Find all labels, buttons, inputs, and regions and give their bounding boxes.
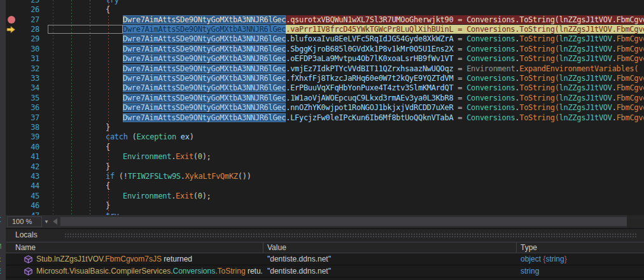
code-line-34[interactable]: 34Dwre7AimAttsSDe9ONtyGoMXtbA3NNJR6lGec.… [6, 83, 644, 93]
code-text: Dwre7AimAttsSDe9ONtyGoMXtbA3NNJR6lGec.Sb… [50, 45, 644, 54]
code-text: } [50, 201, 110, 211]
line-number: 42 [18, 162, 39, 172]
line-number: 41 [18, 152, 39, 162]
code-text: try [50, 0, 119, 5]
code-line-46[interactable]: 46} [6, 201, 644, 211]
locals-value: "dentiste.ddns.net" [267, 253, 331, 265]
column-header-value[interactable]: Value [267, 242, 286, 254]
code-text: Dwre7AimAttsSDe9ONtyGoMXtbA3NNJR6lGec.LF… [50, 113, 644, 123]
line-number: 31 [18, 54, 39, 64]
code-text: Environment.Exit(0); [50, 192, 211, 201]
code-line-39[interactable]: 39catch (Exception ex) [6, 132, 644, 142]
scrollbar-corner [627, 215, 644, 228]
code-text: Dwre7AimAttsSDe9ONtyGoMXtbA3NNJR6lGec.nn… [50, 103, 644, 113]
locals-value: " [267, 277, 270, 280]
code-text: { [50, 5, 110, 15]
line-number: 37 [18, 113, 39, 123]
code-text: } [50, 162, 110, 172]
code-line-25[interactable]: 25try [6, 0, 644, 5]
line-number: 43 [18, 172, 39, 181]
code-text: Dwre7AimAttsSDe9ONtyGoMXtbA3NNJR6lGec.bl… [50, 34, 644, 44]
locals-row[interactable]: Stub.lnZZgsJ1tVOV.FbmCgvom7sJS returned"… [6, 253, 644, 265]
code-line-35[interactable]: 35Dwre7AimAttsSDe9ONtyGoMXtbA3NNJR6lGec.… [6, 94, 644, 103]
code-line-26[interactable]: 26{ [6, 5, 644, 15]
code-text: if (!TFIW2FSLtw9S.XykaLtFvQmKZ()) [50, 172, 251, 181]
locals-row[interactable]: " [6, 277, 644, 280]
line-number: 38 [18, 123, 39, 132]
code-line-27[interactable]: 27Dwre7AimAttsSDe9ONtyGoMXtbA3NNJR6lGec.… [6, 15, 644, 25]
code-line-38[interactable]: 38} [6, 123, 644, 132]
locals-name: Microsoft.VisualBasic.CompilerServices.C… [36, 265, 262, 277]
line-number: 45 [18, 192, 39, 201]
scroll-left-arrow-icon[interactable] [53, 218, 57, 225]
locals-name: Stub.lnZZgsJ1tVOV.FbmCgvom7sJS returned [36, 253, 262, 265]
code-text: } [50, 123, 110, 132]
code-text: Dwre7AimAttsSDe9ONtyGoMXtbA3NNJR6lGec.Er… [50, 83, 644, 93]
locals-panel: Locals Name Value Type Stub.lnZZgsJ1tVOV… [6, 228, 644, 280]
vs-debugger-window: C M t E 25try26{27Dwre7AimAttsSDe9ONtyGo… [0, 0, 644, 280]
code-line-28[interactable]: 28Dwre7AimAttsSDe9ONtyGoMXtbA3NNJR6lGec.… [6, 25, 644, 34]
line-number: 32 [18, 64, 39, 74]
code-text: Dwre7AimAttsSDe9ONtyGoMXtbA3NNJR6lGec.1W… [50, 94, 644, 103]
line-number: 36 [18, 103, 39, 113]
code-text: Dwre7AimAttsSDe9ONtyGoMXtbA3NNJR6lGec.vm… [50, 64, 638, 74]
editor-zoom-value: 100 % [12, 218, 32, 225]
line-number: 30 [18, 45, 39, 54]
horizontal-scrollbar[interactable] [60, 217, 627, 226]
breakpoint-icon[interactable] [8, 16, 15, 24]
code-line-31[interactable]: 31Dwre7AimAttsSDe9ONtyGoMXtbA3NNJR6lGec.… [6, 54, 644, 64]
line-number: 29 [18, 34, 39, 44]
line-number: 46 [18, 201, 39, 211]
code-text: Dwre7AimAttsSDe9ONtyGoMXtbA3NNJR6lGec.fX… [50, 74, 644, 83]
line-number: 27 [18, 15, 39, 25]
code-text: Environment.Exit(0); [50, 152, 211, 162]
code-line-40[interactable]: 40{ [6, 143, 644, 152]
current-statement-arrow-icon [6, 26, 16, 33]
code-line-32[interactable]: 32Dwre7AimAttsSDe9ONtyGoMXtbA3NNJR6lGec.… [6, 64, 644, 74]
code-line-44[interactable]: 44{ [6, 181, 644, 191]
line-number: 35 [18, 94, 39, 103]
code-line-30[interactable]: 30Dwre7AimAttsSDe9ONtyGoMXtbA3NNJR6lGec.… [6, 45, 644, 54]
chevron-down-icon[interactable]: ▼ [42, 216, 51, 227]
locals-type: string [521, 265, 539, 277]
line-number: 33 [18, 74, 39, 83]
column-header-type[interactable]: Type [521, 242, 537, 254]
line-number: 40 [18, 143, 39, 152]
code-line-41[interactable]: 41Environment.Exit(0); [6, 152, 644, 162]
titlebar-drag-texture [64, 233, 636, 239]
locals-title: Locals [15, 230, 38, 239]
locals-type: object {string} [521, 253, 567, 265]
locals-value: "dentiste.ddns.net" [267, 265, 331, 277]
line-number: 26 [18, 5, 39, 15]
line-number: 34 [18, 83, 39, 93]
locals-titlebar[interactable]: Locals [6, 229, 644, 242]
locals-body: Stub.lnZZgsJ1tVOV.FbmCgvom7sJS returned"… [6, 253, 644, 280]
code-line-33[interactable]: 33Dwre7AimAttsSDe9ONtyGoMXtbA3NNJR6lGec.… [6, 74, 644, 83]
code-text: { [50, 143, 110, 152]
column-header-name[interactable]: Name [15, 242, 36, 254]
code-editor[interactable]: 25try26{27Dwre7AimAttsSDe9ONtyGoMXtbA3NN… [6, 0, 644, 215]
editor-bottom-bar: 100 % ▼ [6, 215, 644, 228]
code-line-42[interactable]: 42} [6, 162, 644, 172]
code-text: Dwre7AimAttsSDe9ONtyGoMXtbA3NNJR6lGec.qs… [50, 15, 644, 25]
line-number: 25 [18, 0, 39, 5]
line-number: 28 [18, 25, 39, 34]
code-text: Dwre7AimAttsSDe9ONtyGoMXtbA3NNJR6lGec.va… [50, 25, 644, 34]
line-number: 44 [18, 181, 39, 191]
code-line-45[interactable]: 45Environment.Exit(0); [6, 192, 644, 201]
object-cube-icon [24, 267, 32, 276]
code-line-37[interactable]: 37Dwre7AimAttsSDe9ONtyGoMXtbA3NNJR6lGec.… [6, 113, 644, 123]
code-text: { [50, 181, 110, 191]
locals-row[interactable]: Microsoft.VisualBasic.CompilerServices.C… [6, 265, 644, 277]
line-number: 39 [18, 132, 39, 142]
locals-column-headers: Name Value Type [6, 242, 644, 253]
object-cube-icon [24, 255, 32, 263]
editor-zoom-control[interactable]: 100 % [7, 216, 42, 227]
code-text: Dwre7AimAttsSDe9ONtyGoMXtbA3NNJR6lGec.oE… [50, 54, 644, 64]
code-line-36[interactable]: 36Dwre7AimAttsSDe9ONtyGoMXtbA3NNJR6lGec.… [6, 103, 644, 113]
code-line-43[interactable]: 43if (!TFIW2FSLtw9S.XykaLtFvQmKZ()) [6, 172, 644, 181]
cropped-left-window-strip: C M t E [0, 0, 6, 280]
code-line-29[interactable]: 29Dwre7AimAttsSDe9ONtyGoMXtbA3NNJR6lGec.… [6, 34, 644, 44]
code-text: catch (Exception ex) [50, 132, 194, 142]
